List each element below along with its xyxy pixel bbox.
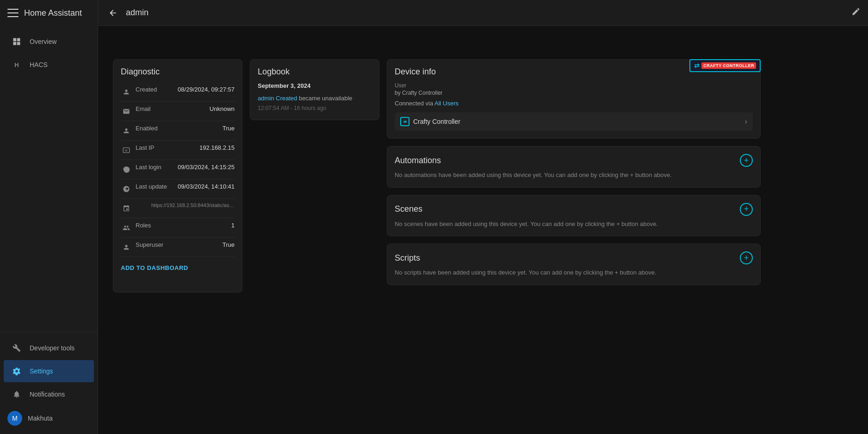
- diag-url-value: https://192.168.2.50:8443/static/assets/…: [151, 202, 235, 208]
- logbook-action-text: became unavailable: [299, 95, 353, 102]
- diag-login-icon: [121, 164, 132, 175]
- scenes-add-button[interactable]: +: [740, 203, 753, 216]
- automations-title: Automations: [395, 156, 441, 165]
- content-area: ⇄ CRAFTY CONTROLLER Device info User by …: [98, 26, 868, 434]
- scripts-empty-text: No scripts have been added using this de…: [395, 268, 753, 277]
- scripts-header: Scripts +: [395, 251, 753, 264]
- diag-last-update-label: Last update: [136, 183, 174, 190]
- content-inner: ⇄ CRAFTY CONTROLLER Device info User by …: [113, 59, 761, 293]
- diag-created-icon: [121, 86, 132, 98]
- hacs-icon: H: [11, 59, 22, 70]
- scenes-card: Scenes + No scenes have been added using…: [387, 195, 761, 237]
- scripts-title: Scripts: [395, 253, 420, 263]
- sidebar-nav: Overview H HACS: [0, 26, 98, 183]
- menu-icon[interactable]: [7, 7, 19, 18]
- diagnostic-title: Diagnostic: [121, 67, 235, 77]
- diag-enabled-label: Enabled: [136, 125, 219, 132]
- integration-row[interactable]: ⇄ Crafty Controller ›: [395, 112, 753, 131]
- sidebar-item-notifications[interactable]: Notifications: [4, 383, 94, 405]
- all-users-link[interactable]: All Users: [434, 100, 459, 107]
- main-area: admin ⇄ CRAFTY CONTROLLER: [98, 0, 868, 434]
- diag-update-icon: [121, 183, 132, 195]
- topbar: admin: [98, 0, 868, 26]
- sidebar-header: Home Assistant: [0, 0, 98, 26]
- automations-empty-text: No automations have been added using thi…: [395, 171, 753, 180]
- diag-created-value: 08/29/2024, 09:27:57: [178, 86, 235, 93]
- logbook-entity: admin Created: [258, 95, 297, 102]
- diag-url-icon: [121, 203, 132, 214]
- sidebar-item-settings-label: Settings: [30, 367, 53, 375]
- diag-email-icon: [121, 106, 132, 117]
- diag-last-login-label: Last login: [136, 164, 174, 171]
- logbook-time: 12:07:54 AM - 16 hours ago: [258, 104, 372, 112]
- back-button[interactable]: [105, 6, 120, 20]
- sidebar-item-overview[interactable]: Overview: [4, 31, 94, 53]
- diag-row-last-ip: IP Last IP 192.168.2.15: [121, 141, 235, 160]
- left-column: Device info User by Crafty Controller Co…: [387, 59, 761, 285]
- sidebar-item-developer-tools-label: Developer tools: [30, 344, 74, 352]
- diag-row-url: https://192.168.2.50:8443/static/assets/…: [121, 199, 235, 218]
- automations-add-button[interactable]: +: [740, 154, 753, 167]
- diag-row-last-login: Last login 09/03/2024, 14:15:25: [121, 160, 235, 179]
- sidebar-user[interactable]: M Makhuta: [0, 406, 98, 430]
- svg-text:IP: IP: [125, 149, 127, 152]
- app-title: Home Assistant: [24, 8, 82, 18]
- diag-created-label: Created: [136, 86, 174, 93]
- scenes-title: Scenes: [395, 204, 422, 214]
- diag-ip-icon: IP: [121, 145, 132, 156]
- scripts-add-button[interactable]: +: [740, 251, 753, 264]
- scripts-card: Scripts + No scripts have been added usi…: [387, 244, 761, 285]
- user-avatar: M: [7, 411, 22, 426]
- cards-grid: Device info User by Crafty Controller Co…: [113, 59, 761, 293]
- device-by: by Crafty Controller: [395, 90, 753, 96]
- diag-last-ip-label: Last IP: [136, 144, 196, 151]
- device-type: User: [395, 82, 753, 89]
- integration-icon: ⇄: [400, 117, 409, 126]
- brand-logo: ⇄ CRAFTY CONTROLLER: [689, 59, 761, 72]
- integration-chevron-icon: ›: [745, 117, 747, 126]
- diag-roles-value: 1: [231, 222, 235, 229]
- diag-superuser-value: True: [223, 241, 235, 248]
- diag-enabled-icon: [121, 125, 132, 136]
- add-to-dashboard-button[interactable]: ADD TO DASHBOARD: [121, 263, 188, 273]
- sidebar-item-developer-tools[interactable]: Developer tools: [4, 337, 94, 359]
- edit-button[interactable]: [851, 7, 861, 18]
- overview-icon: [11, 36, 22, 47]
- scenes-header: Scenes +: [395, 203, 753, 216]
- diag-enabled-value: True: [223, 125, 235, 132]
- integration-left: ⇄ Crafty Controller: [400, 117, 460, 126]
- developer-tools-icon: [11, 342, 22, 354]
- sidebar-notifications-label: Notifications: [30, 391, 65, 398]
- logbook-card: Logbook September 3, 2024 admin Created …: [250, 59, 379, 120]
- scenes-empty-text: No scenes have been added using this dev…: [395, 220, 753, 229]
- automations-header: Automations +: [395, 154, 753, 167]
- sidebar-item-settings[interactable]: Settings: [4, 360, 94, 382]
- integration-name: Crafty Controller: [413, 118, 460, 125]
- diag-superuser-label: Superuser: [136, 241, 219, 248]
- settings-icon: [11, 366, 22, 377]
- brand-logo-icon: ⇄: [694, 62, 700, 69]
- diag-row-created: Created 08/29/2024, 09:27:57: [121, 82, 235, 102]
- diag-row-last-update: Last update 09/03/2024, 14:10:41: [121, 179, 235, 199]
- sidebar-item-overview-label: Overview: [30, 38, 56, 45]
- sidebar: Home Assistant Overview H HACS Developer…: [0, 0, 98, 434]
- diag-last-update-value: 09/03/2024, 14:10:41: [178, 183, 235, 190]
- diag-email-label: Email: [136, 105, 206, 112]
- diag-roles-icon: [121, 222, 132, 233]
- notifications-icon: [11, 389, 22, 400]
- logbook-date: September 3, 2024: [258, 82, 372, 89]
- logbook-entry-0: admin Created became unavailable 12:07:5…: [258, 94, 372, 112]
- diag-row-email: Email Unknown: [121, 102, 235, 121]
- diag-row-roles: Roles 1: [121, 218, 235, 238]
- sidebar-item-hacs-label: HACS: [30, 61, 48, 68]
- diag-email-value: Unknown: [210, 105, 235, 112]
- diag-row-superuser: Superuser True: [121, 238, 235, 257]
- brand-logo-box: ⇄ CRAFTY CONTROLLER: [689, 59, 761, 72]
- diag-row-enabled: Enabled True: [121, 121, 235, 141]
- diag-last-login-value: 09/03/2024, 14:15:25: [178, 164, 235, 171]
- logbook-title: Logbook: [258, 67, 372, 77]
- diagnostic-card: Diagnostic Created 08/29/2024, 09:27:57: [113, 59, 242, 293]
- diag-roles-label: Roles: [136, 222, 228, 229]
- sidebar-user-name: Makhuta: [28, 415, 53, 422]
- sidebar-item-hacs[interactable]: H HACS: [4, 54, 94, 76]
